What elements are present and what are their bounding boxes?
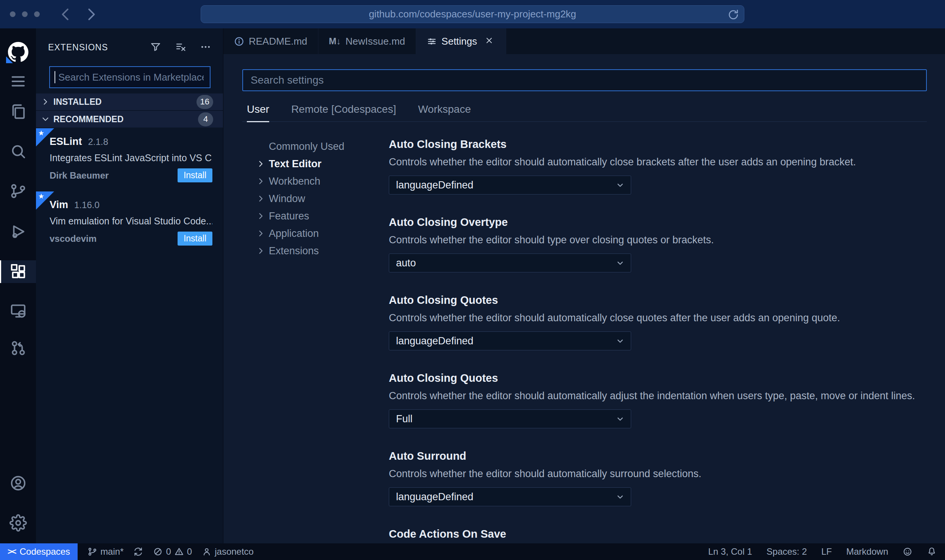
chevron-down-icon [615, 258, 625, 268]
setting-select[interactable]: languageDefined [389, 331, 631, 350]
extension-version: 2.1.8 [88, 137, 108, 147]
tab-label: README.md [249, 36, 307, 47]
extension-list-item[interactable]: ESLint 2.1.8 Integrates ESLint JavaScrip… [36, 128, 223, 191]
toc-workbench[interactable]: Workbench [256, 173, 389, 190]
toc-window[interactable]: Window [256, 190, 389, 207]
settings-list: Auto Closing Brackets Controls whether t… [389, 138, 927, 543]
activity-search-button[interactable] [0, 140, 36, 163]
feedback-status-item[interactable] [903, 547, 912, 557]
sidebar-actions [150, 41, 212, 53]
activity-settings-button[interactable] [0, 512, 36, 534]
activity-remote-explorer-button[interactable] [0, 300, 36, 322]
files-icon [9, 103, 27, 120]
toc-text-editor[interactable]: Text Editor [256, 155, 389, 173]
window-close-button[interactable] [10, 11, 16, 17]
activity-run-debug-button[interactable] [0, 220, 36, 243]
extension-version: 1.16.0 [74, 200, 100, 210]
activity-explorer-button[interactable] [0, 100, 36, 123]
git-branch-icon [9, 182, 27, 200]
chevron-down-icon [41, 114, 50, 124]
extension-name: ESLint [50, 136, 82, 148]
setting-title: Auto Closing Brackets [389, 138, 927, 151]
codespaces-badge-icon [6, 56, 13, 63]
install-button[interactable]: Install [178, 168, 212, 182]
url-bar[interactable]: github.com/codespaces/user-my-project-mg… [201, 5, 744, 23]
scope-tab-workspace[interactable]: Workspace [418, 103, 471, 122]
notifications-status-item[interactable] [927, 547, 937, 557]
tab-label: Settings [441, 36, 477, 47]
activity-pull-requests-button[interactable] [0, 337, 36, 359]
select-value: languageDefined [396, 491, 615, 503]
toc-commonly-used[interactable]: Commonly Used [256, 138, 389, 155]
gear-icon [9, 514, 27, 532]
count-badge: 16 [196, 95, 213, 109]
tab-newissue[interactable]: M↓ NewIssue.md [318, 28, 416, 54]
window-minimize-button[interactable] [22, 11, 28, 17]
close-tab-button[interactable] [485, 36, 495, 47]
refresh-button[interactable] [727, 9, 739, 21]
extension-description: Integrates ESLint JavaScript into VS C..… [50, 152, 212, 163]
window-maximize-button[interactable] [34, 11, 40, 17]
extension-list-item[interactable]: Vim 1.16.0 Vim emulation for Visual Stud… [36, 191, 223, 255]
eol-item[interactable]: LF [821, 546, 832, 557]
settings-editor: User Remote [Codespaces] Workspace Commo… [223, 54, 945, 543]
activity-menu-button[interactable] [0, 70, 36, 93]
extensions-icon [10, 263, 27, 280]
activity-source-control-button[interactable] [0, 180, 36, 202]
activity-account-button[interactable] [0, 472, 36, 495]
window-controls[interactable] [10, 11, 40, 17]
chevron-left-icon [58, 6, 75, 23]
clear-search-results-button[interactable] [175, 41, 187, 53]
toc-label: Extensions [269, 245, 319, 257]
setting-title: Code Actions On Save [389, 527, 927, 540]
setting-title: Auto Surround [389, 450, 927, 462]
toc-application[interactable]: Application [256, 225, 389, 242]
editor-tab-bar: README.md M↓ NewIssue.md Settings [223, 28, 945, 54]
account-icon [9, 474, 27, 492]
tab-settings[interactable]: Settings [416, 28, 506, 54]
more-actions-button[interactable] [200, 41, 212, 53]
sync-status-item[interactable] [133, 547, 143, 557]
toc-extensions[interactable]: Extensions [256, 242, 389, 260]
setting-item: Code Actions On Save [389, 527, 927, 540]
setting-select[interactable]: languageDefined [389, 487, 631, 506]
user-status-item[interactable]: jasonetco [202, 546, 254, 557]
codespaces-status-button[interactable]: >< Codespaces [0, 543, 78, 560]
toc-label: Application [269, 228, 319, 240]
extension-description: Vim emulation for Visual Studio Code... [50, 216, 212, 227]
tab-readme[interactable]: README.md [223, 28, 318, 54]
problems-status-item[interactable]: 0 0 [153, 546, 192, 557]
settings-search-input[interactable] [242, 69, 927, 91]
language-mode-item[interactable]: Markdown [846, 546, 888, 557]
star-icon [37, 193, 45, 200]
chevron-right-icon [41, 97, 50, 107]
warning-triangle-icon [174, 547, 184, 557]
error-circle-slash-icon [153, 547, 163, 557]
chevron-right-icon [256, 211, 266, 221]
extensions-search [49, 66, 211, 88]
scope-tab-remote[interactable]: Remote [Codespaces] [291, 103, 396, 122]
section-recommended[interactable]: RECOMMENDED 4 [36, 111, 223, 128]
toc-features[interactable]: Features [256, 207, 389, 225]
chevron-down-icon [615, 336, 625, 346]
browser-forward-button[interactable] [82, 6, 99, 23]
filter-button[interactable] [150, 41, 162, 53]
select-value: auto [396, 257, 615, 269]
setting-description: Controls whether the editor should autom… [389, 156, 927, 168]
setting-select[interactable]: languageDefined [389, 176, 631, 194]
section-installed[interactable]: INSTALLED 16 [36, 93, 223, 111]
markdown-icon: M↓ [329, 36, 341, 47]
branch-status-item[interactable]: main* [87, 546, 123, 557]
chevron-down-icon [615, 492, 625, 502]
setting-select[interactable]: Full [389, 409, 631, 428]
cursor-position-item[interactable]: Ln 3, Col 1 [708, 546, 752, 557]
browser-back-button[interactable] [58, 6, 75, 23]
activity-extensions-button[interactable] [0, 260, 36, 283]
install-button[interactable]: Install [178, 232, 212, 246]
chevron-down-icon [615, 180, 625, 190]
setting-select[interactable]: auto [389, 254, 631, 272]
scope-tab-user[interactable]: User [247, 103, 269, 122]
setting-item: Auto Closing Overtype Controls whether t… [389, 216, 927, 272]
indentation-item[interactable]: Spaces: 2 [767, 546, 807, 557]
extensions-search-input[interactable] [49, 66, 211, 88]
